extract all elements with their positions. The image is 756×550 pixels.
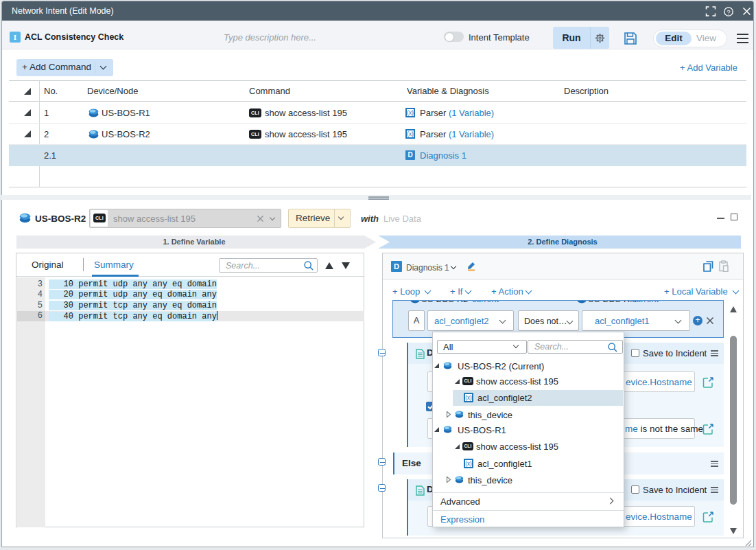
svg-text:1. Define Variable: 1. Define Variable bbox=[163, 238, 225, 246]
svg-text:2. Define Diagnosis: 2. Define Diagnosis bbox=[528, 238, 597, 246]
svg-text:(x): (x) bbox=[465, 460, 472, 467]
svg-text:(x): (x) bbox=[407, 109, 414, 116]
svg-text:(x): (x) bbox=[465, 394, 472, 401]
svg-text:(x): (x) bbox=[407, 130, 414, 137]
svg-text:?: ? bbox=[727, 8, 730, 16]
